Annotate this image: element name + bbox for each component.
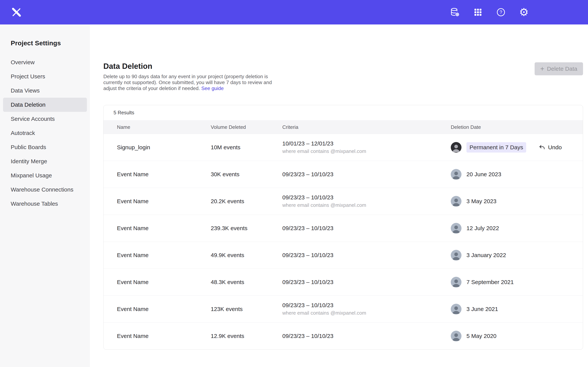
sidebar-item-overview[interactable]: Overview — [3, 55, 87, 69]
deletion-date: 12 July 2022 — [467, 225, 499, 232]
plus-icon: + — [540, 65, 544, 72]
row-volume: 239.3K events — [211, 225, 282, 232]
svg-text:?: ? — [500, 9, 502, 15]
sidebar-item-identity-merge[interactable]: Identity Merge — [3, 154, 87, 168]
page-description: Delete up to 90 days data for any event … — [103, 74, 274, 92]
apps-grid-icon[interactable] — [473, 7, 483, 17]
column-header-name: Name — [117, 124, 211, 130]
row-criteria: 09/23/23 – 10/10/23where email contains … — [282, 194, 451, 208]
row-criteria: 09/23/23 – 10/10/23 — [282, 171, 451, 178]
table-row: Event Name20.2K events09/23/23 – 10/10/2… — [104, 188, 583, 215]
avatar — [451, 331, 461, 341]
undo-label: Undo — [548, 144, 562, 151]
column-header-criteria: Criteria — [282, 124, 451, 130]
help-icon[interactable]: ? — [496, 7, 506, 17]
row-deletion: Permanent in 7 DaysUndo — [451, 142, 570, 153]
row-criteria-filter: where email contains @mixpanel.com — [282, 148, 451, 154]
column-header-deletion-date: Deletion Date — [451, 124, 570, 130]
topbar: ? ⚙ — [0, 0, 588, 25]
deletion-date: 20 June 2023 — [467, 171, 501, 178]
row-volume: 12.9K events — [211, 333, 282, 339]
deletion-date: 3 June 2021 — [467, 306, 498, 312]
page-title: Data Deletion — [103, 62, 274, 71]
table-row: Event Name239.3K events09/23/23 – 10/10/… — [104, 215, 583, 242]
row-volume: 20.2K events — [211, 198, 282, 205]
sidebar: Project Settings OverviewProject UsersDa… — [0, 25, 90, 367]
sidebar-item-data-deletion[interactable]: Data Deletion — [3, 98, 87, 112]
row-name: Event Name — [117, 198, 211, 205]
row-criteria: 09/23/23 – 10/10/23where email contains … — [282, 302, 451, 316]
results-count: 5 Results — [104, 105, 583, 120]
row-volume: 123K events — [211, 306, 282, 312]
row-name: Event Name — [117, 306, 211, 312]
gear-icon[interactable]: ⚙ — [519, 7, 529, 17]
deletion-table-card: 5 Results Name Volume Deleted Criteria D… — [103, 105, 583, 350]
table-row: Event Name12.9K events09/23/23 – 10/10/2… — [104, 323, 583, 350]
table-row: Event Name48.3K events09/23/23 – 10/10/2… — [104, 268, 583, 295]
deletion-date: 3 January 2022 — [467, 252, 506, 259]
row-deletion: 7 September 2021 — [451, 277, 570, 287]
avatar — [451, 196, 461, 207]
row-name: Event Name — [117, 252, 211, 259]
row-deletion: 3 May 2023 — [451, 196, 570, 207]
table-row: Event Name30K events09/23/23 – 10/10/232… — [104, 161, 583, 188]
deletion-status-badge: Permanent in 7 Days — [467, 142, 526, 152]
table-header-row: Name Volume Deleted Criteria Deletion Da… — [104, 120, 583, 134]
row-deletion: 3 June 2021 — [451, 304, 570, 314]
row-criteria: 09/23/23 – 10/10/23 — [282, 252, 451, 259]
column-header-volume: Volume Deleted — [211, 124, 282, 130]
sidebar-item-warehouse-connections[interactable]: Warehouse Connections — [3, 183, 87, 197]
main-content: Data Deletion Delete up to 90 days data … — [90, 25, 588, 367]
topbar-icons: ? ⚙ — [450, 7, 529, 17]
sidebar-item-warehouse-tables[interactable]: Warehouse Tables — [3, 197, 87, 211]
row-name: Event Name — [117, 225, 211, 232]
data-icon[interactable] — [450, 7, 460, 17]
row-deletion: 12 July 2022 — [451, 223, 570, 234]
undo-icon — [539, 144, 545, 151]
row-name: Event Name — [117, 279, 211, 285]
main-header: Data Deletion Delete up to 90 days data … — [103, 62, 583, 92]
row-deletion: 3 January 2022 — [451, 250, 570, 260]
table-row: Event Name49.9K events09/23/23 – 10/10/2… — [104, 242, 583, 268]
see-guide-link[interactable]: See guide — [201, 85, 224, 91]
avatar — [451, 169, 461, 180]
sidebar-item-data-views[interactable]: Data Views — [3, 83, 87, 98]
undo-button[interactable]: Undo — [539, 144, 562, 151]
sidebar-title: Project Settings — [0, 39, 90, 47]
sidebar-item-public-boards[interactable]: Public Boards — [3, 140, 87, 154]
row-volume: 30K events — [211, 171, 282, 178]
sidebar-list: OverviewProject UsersData ViewsData Dele… — [0, 55, 90, 211]
row-criteria-filter: where email contains @mixpanel.com — [282, 202, 451, 208]
row-volume: 49.9K events — [211, 252, 282, 259]
sidebar-item-service-accounts[interactable]: Service Accounts — [3, 112, 87, 126]
row-criteria: 10/01/23 – 12/01/23where email contains … — [282, 140, 451, 154]
sidebar-item-autotrack[interactable]: Autotrack — [3, 126, 87, 140]
row-name: Event Name — [117, 333, 211, 339]
row-deletion: 20 June 2023 — [451, 169, 570, 180]
row-name: Event Name — [117, 171, 211, 178]
row-volume: 48.3K events — [211, 279, 282, 285]
avatar — [451, 250, 461, 260]
row-criteria: 09/23/23 – 10/10/23 — [282, 279, 451, 285]
mixpanel-logo-icon[interactable] — [11, 7, 22, 18]
row-volume: 10M events — [211, 144, 282, 151]
sidebar-item-project-users[interactable]: Project Users — [3, 69, 87, 83]
table-row: Event Name123K events09/23/23 – 10/10/23… — [104, 295, 583, 323]
deletion-date: 5 May 2020 — [467, 333, 496, 339]
avatar — [451, 277, 461, 287]
row-criteria: 09/23/23 – 10/10/23 — [282, 333, 451, 339]
table-body: Signup_login10M events10/01/23 – 12/01/2… — [104, 134, 583, 350]
delete-data-button[interactable]: + Delete Data — [535, 62, 583, 75]
avatar — [451, 223, 461, 234]
deletion-date: 3 May 2023 — [467, 198, 496, 205]
avatar — [451, 304, 461, 314]
row-criteria: 09/23/23 – 10/10/23 — [282, 225, 451, 232]
deletion-date: 7 September 2021 — [467, 279, 514, 285]
row-deletion: 5 May 2020 — [451, 331, 570, 341]
row-criteria-filter: where email contains @mixpanel.com — [282, 310, 451, 316]
sidebar-item-mixpanel-usage[interactable]: Mixpanel Usage — [3, 168, 87, 183]
table-row: Signup_login10M events10/01/23 – 12/01/2… — [104, 134, 583, 161]
avatar — [451, 142, 461, 153]
row-name: Signup_login — [117, 144, 211, 151]
